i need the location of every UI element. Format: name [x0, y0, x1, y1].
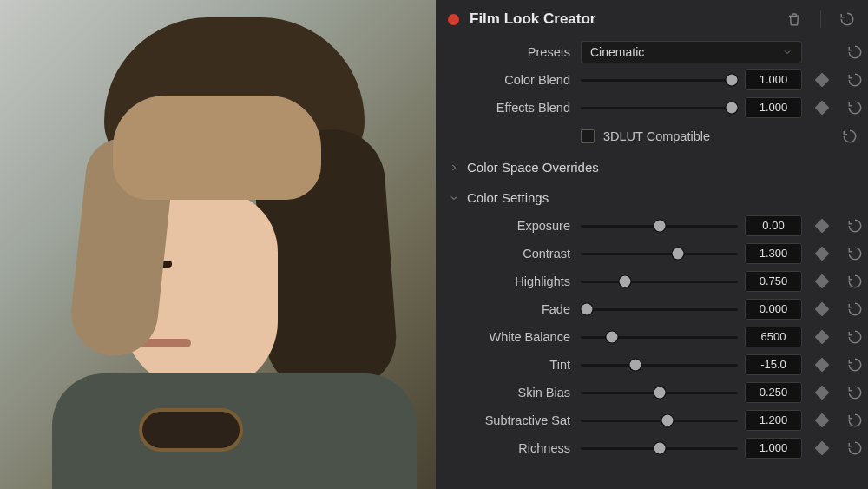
- keyframe-icon[interactable]: [809, 248, 835, 259]
- effects-blend-row: Effects Blend 1.000: [436, 94, 868, 122]
- reset-icon[interactable]: [842, 246, 868, 261]
- tint-label: Tint: [439, 358, 574, 372]
- skin_bias-row: Skin Bias 0.250: [436, 379, 868, 406]
- 3dlut-label: 3DLUT Compatible: [603, 129, 710, 143]
- record-indicator-icon[interactable]: [448, 14, 459, 25]
- richness-value[interactable]: 1.000: [745, 438, 802, 459]
- chevron-down-icon: [782, 47, 792, 57]
- keyframe-icon[interactable]: [809, 75, 835, 85]
- panel-header: Film Look Creator: [436, 0, 868, 38]
- chevron-down-icon: [448, 192, 460, 204]
- white_balance-label: White Balance: [439, 330, 574, 344]
- exposure-row: Exposure 0.00: [436, 212, 868, 240]
- reset-icon[interactable]: [842, 274, 868, 289]
- keyframe-icon[interactable]: [809, 415, 835, 426]
- subtractive_sat-row: Subtractive Sat 1.200: [436, 406, 868, 434]
- video-preview: [0, 0, 436, 489]
- subtractive_sat-label: Subtractive Sat: [439, 413, 574, 427]
- reset-icon[interactable]: [842, 129, 868, 144]
- exposure-label: Exposure: [439, 219, 574, 233]
- contrast-label: Contrast: [439, 247, 574, 261]
- keyframe-icon[interactable]: [809, 387, 835, 398]
- 3dlut-checkbox[interactable]: [581, 129, 595, 143]
- reset-icon[interactable]: [842, 218, 868, 234]
- header-divider: [820, 10, 821, 28]
- reset-icon[interactable]: [842, 329, 868, 345]
- color-blend-slider[interactable]: [581, 69, 738, 91]
- color-blend-row: Color Blend 1.000: [436, 66, 868, 94]
- chevron-right-icon: [448, 162, 460, 174]
- reset-icon[interactable]: [842, 440, 868, 456]
- color-blend-label: Color Blend: [439, 73, 574, 87]
- presets-selected: Cinematic: [590, 45, 644, 59]
- color-blend-value[interactable]: 1.000: [745, 69, 802, 90]
- reset-icon[interactable]: [842, 44, 868, 60]
- keyframe-icon[interactable]: [809, 276, 835, 287]
- tint-slider[interactable]: [581, 354, 738, 376]
- subtractive_sat-value[interactable]: 1.200: [745, 410, 802, 431]
- richness-row: Richness 1.000: [436, 434, 868, 462]
- presets-row: Presets Cinematic: [436, 38, 868, 66]
- presets-label: Presets: [439, 45, 574, 59]
- keyframe-icon[interactable]: [809, 221, 835, 231]
- section-label: Color Settings: [467, 190, 549, 205]
- richness-slider[interactable]: [581, 437, 738, 459]
- trash-icon[interactable]: [786, 10, 803, 28]
- section-color-space-overrides[interactable]: Color Space Overrides: [436, 151, 868, 182]
- highlights-slider[interactable]: [581, 270, 738, 293]
- white_balance-value[interactable]: 6500: [745, 327, 802, 347]
- effects-blend-value[interactable]: 1.000: [745, 97, 802, 118]
- effect-title: Film Look Creator: [470, 10, 775, 28]
- inspector-panel: Film Look Creator Presets Cinematic Colo: [436, 0, 868, 489]
- effects-blend-slider[interactable]: [581, 96, 738, 119]
- contrast-value[interactable]: 1.300: [745, 243, 802, 264]
- reset-icon[interactable]: [842, 72, 868, 88]
- effects-blend-label: Effects Blend: [439, 101, 574, 115]
- 3dlut-row: 3DLUT Compatible: [436, 122, 868, 151]
- keyframe-icon[interactable]: [809, 304, 835, 314]
- fade-value[interactable]: 0.000: [745, 299, 802, 320]
- color-settings-body: Exposure 0.00 Contrast 1.300 Highlights …: [436, 212, 868, 462]
- white_balance-row: White Balance 6500: [436, 323, 868, 351]
- reset-icon[interactable]: [842, 385, 868, 400]
- contrast-row: Contrast 1.300: [436, 240, 868, 268]
- reset-icon[interactable]: [842, 100, 868, 116]
- section-color-settings[interactable]: Color Settings: [436, 182, 868, 212]
- subtractive_sat-slider[interactable]: [581, 409, 738, 432]
- skin_bias-slider[interactable]: [581, 381, 738, 404]
- reset-icon[interactable]: [842, 413, 868, 428]
- section-label: Color Space Overrides: [467, 160, 599, 175]
- tint-row: Tint -15.0: [436, 351, 868, 379]
- reset-icon[interactable]: [842, 301, 868, 317]
- exposure-value[interactable]: 0.00: [745, 215, 802, 236]
- keyframe-icon[interactable]: [809, 443, 835, 453]
- highlights-value[interactable]: 0.750: [745, 271, 802, 292]
- preview-shape: [113, 96, 321, 200]
- keyframe-icon[interactable]: [809, 360, 835, 370]
- skin_bias-value[interactable]: 0.250: [745, 382, 802, 403]
- richness-label: Richness: [439, 441, 574, 455]
- skin_bias-label: Skin Bias: [439, 386, 574, 400]
- fade-row: Fade 0.000: [436, 295, 868, 323]
- preview-shape: [139, 408, 243, 452]
- exposure-slider[interactable]: [581, 215, 738, 237]
- presets-dropdown[interactable]: Cinematic: [581, 41, 802, 63]
- tint-value[interactable]: -15.0: [745, 354, 802, 375]
- fade-slider[interactable]: [581, 298, 738, 320]
- highlights-row: Highlights 0.750: [436, 268, 868, 295]
- reset-all-icon[interactable]: [838, 10, 856, 28]
- keyframe-icon[interactable]: [809, 332, 835, 342]
- reset-icon[interactable]: [842, 357, 868, 373]
- highlights-label: Highlights: [439, 274, 574, 288]
- white_balance-slider[interactable]: [581, 326, 738, 348]
- contrast-slider[interactable]: [581, 242, 738, 265]
- fade-label: Fade: [439, 302, 574, 316]
- keyframe-icon[interactable]: [809, 102, 835, 113]
